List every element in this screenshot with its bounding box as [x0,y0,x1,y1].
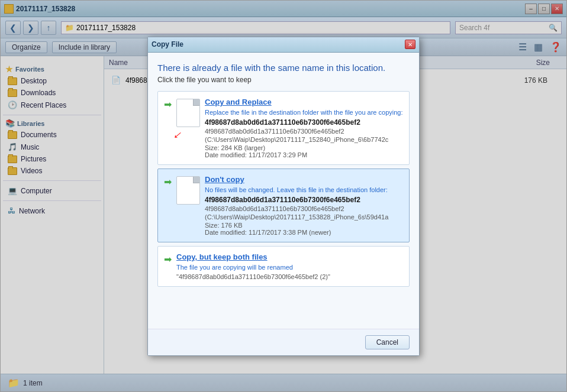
dialog-body: There is already a file with the same na… [148,53,419,329]
arrow-icon-2: ➡ [164,176,172,187]
option2-filepath: 4f98687d8ab0d6d1a371110e6b7300f6e465bef2 [205,205,403,212]
dialog-title-bar: Copy File ✕ [148,37,419,53]
option2-filename: 4f98687d8ab0d6d1a371110e6b7300f6e465bef2 [205,196,403,204]
copy-and-replace-option[interactable]: ➡ ← Copy and Replace Replace the file in… [157,91,410,165]
dialog-footer: Cancel [148,329,419,355]
file-thumbnail-2 [176,176,200,205]
copy-file-dialog: Copy File ✕ There is already a file with… [147,37,420,356]
option1-date: Date modified: 11/17/2017 3:29 PM [205,151,403,158]
option1-filepath: 4f98687d8ab0d6d1a371110e6b7300f6e465bef2 [205,128,403,135]
option2-content: Don't copy No files will be changed. Lea… [205,175,403,236]
option3-rename: "4f98687d8ab0d6d1a371110e6b7300f6e465bef… [176,273,403,280]
option2-path: (C:\Users\Waip\Desktop\20171117_153828_i… [205,213,403,221]
dialog-sub-message: Click the file you want to keep [157,76,410,84]
dialog-close-button[interactable]: ✕ [405,40,415,49]
option1-title: Copy and Replace [205,98,403,106]
explorer-window: 20171117_153828 – □ ✕ ❮ ❯ ↑ 📁 20171117_1… [0,0,567,392]
option3-desc: The file you are copying will be renamed [176,264,403,271]
cancel-button[interactable]: Cancel [365,335,410,349]
red-arrow-annotation: ← [167,125,188,145]
dialog-title-text: Copy File [152,40,405,48]
dialog-overlay: Copy File ✕ There is already a file with… [1,1,566,391]
option1-path: (C:\Users\Waip\Desktop\20171117_152840_i… [205,136,403,143]
option1-content: Copy and Replace Replace the file in the… [205,98,403,158]
arrow-icon-1: ➡ [164,99,172,110]
keep-both-option[interactable]: ➡ Copy, but keep both files The file you… [157,246,410,287]
option2-date: Date modified: 11/17/2017 3:38 PM (newer… [205,229,403,236]
arrow-icon-3: ➡ [164,254,172,265]
option1-desc: Replace the file in the destination fold… [205,109,403,116]
dialog-main-message: There is already a file with the same na… [157,62,410,74]
option2-title: Don't copy [205,175,403,184]
dont-copy-option[interactable]: ➡ Don't copy No files will be changed. L… [157,169,410,242]
option3-title: Copy, but keep both files [176,252,403,261]
option2-desc: No files will be changed. Leave this fil… [205,186,403,193]
option2-size: Size: 176 KB [205,222,403,229]
option1-filename: 4f98687d8ab0d6d1a371110e6b7300f6e465bef2 [205,118,403,127]
option3-content: Copy, but keep both files The file you a… [176,252,403,280]
option1-size: Size: 284 KB (larger) [205,144,403,151]
file-thumbnail-1 [176,99,200,127]
